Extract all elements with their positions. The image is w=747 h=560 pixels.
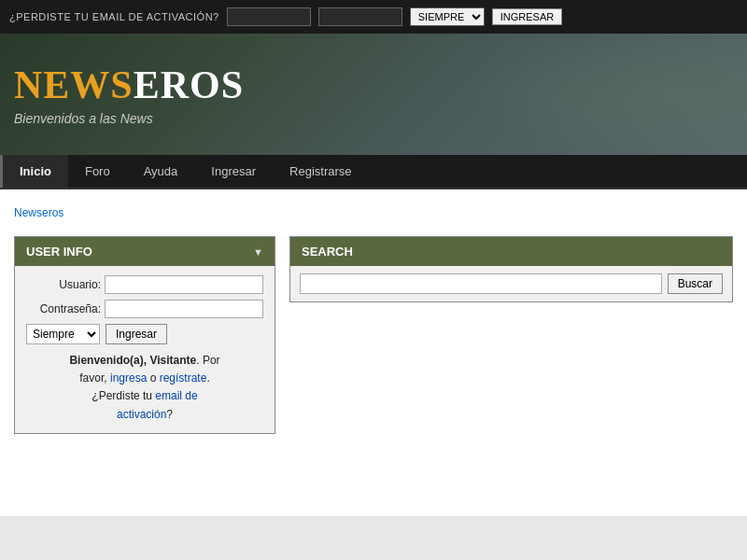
user-info-body: Usuario: Contraseña: Siempre 1 hora 1 dí… [15,266,275,433]
lost-email-text: ¿Perdiste tu email de [92,389,197,402]
site-title-eros: EROS [134,63,244,106]
ingresa-link[interactable]: ingresa [110,371,147,385]
lost-email-label: ¿PERDISTE TU EMAIL DE ACTIVACIÓN? [9,11,219,22]
welcome-text: Bienvenido(a), Visitante. Por favor, ing… [26,352,263,424]
usuario-label: Usuario: [26,278,101,291]
nav-bar: Inicio Foro Ayuda Ingresar Registrarse [0,155,747,189]
right-content: SEARCH Buscar [289,236,733,445]
search-button[interactable]: Buscar [668,273,723,294]
usuario-input[interactable] [105,275,263,294]
lost-email-link2[interactable]: activación [117,408,166,421]
user-info-header[interactable]: USER INFO ▼ [15,237,275,266]
registrate-link[interactable]: regístrate [160,371,207,385]
nav-item-foro[interactable]: Foro [68,155,127,188]
top-ingresar-button[interactable]: INGRESAR [492,8,562,25]
breadcrumb-home-link[interactable]: Newseros [14,206,63,219]
contrasena-input[interactable] [105,300,263,318]
contrasena-label: Contraseña: [26,302,101,315]
header-banner: NEWSEROS Bienvenidos a las News [0,34,747,155]
top-bar: ¿PERDISTE TU EMAIL DE ACTIVACIÓN? SIEMPR… [0,0,747,34]
search-widget: SEARCH Buscar [289,236,733,302]
nav-item-ayuda[interactable]: Ayuda [127,155,195,188]
nav-item-registrarse[interactable]: Registrarse [273,155,368,188]
lost-email-select[interactable]: SIEMPRE [410,7,485,26]
welcome-line2: favor, ingresa o regístrate. [79,371,209,385]
lost-email-link[interactable]: email de [155,389,197,402]
search-header: SEARCH [290,237,732,266]
search-body: Buscar [290,266,732,301]
welcome-line1: Bienvenido(a), Visitante. Por [69,354,219,367]
breadcrumb: Newseros [14,199,733,227]
search-title: SEARCH [302,245,353,259]
site-title: NEWSEROS [14,63,244,107]
user-info-widget: USER INFO ▼ Usuario: Contraseña: Siempre [14,236,275,434]
main-content: Newseros USER INFO ▼ Usuario: Contraseña… [0,189,747,516]
site-title-news: NEWS [14,63,134,106]
lost-email-line2: activación? [117,408,173,421]
user-info-title: USER INFO [26,245,92,259]
left-sidebar: USER INFO ▼ Usuario: Contraseña: Siempre [14,236,275,445]
widget-ingresar-button[interactable]: Ingresar [106,324,167,344]
contrasena-row: Contraseña: [26,300,263,318]
nav-item-inicio[interactable]: Inicio [0,155,68,188]
search-input[interactable] [300,273,662,294]
lost-email-input[interactable] [227,7,311,26]
site-tagline: Bienvenidos a las News [14,111,244,126]
content-layout: USER INFO ▼ Usuario: Contraseña: Siempre [14,236,733,445]
form-actions: Siempre 1 hora 1 día 1 semana Ingresar [26,324,263,344]
nav-item-ingresar[interactable]: Ingresar [194,155,273,188]
user-info-arrow: ▼ [253,246,263,258]
usuario-row: Usuario: [26,275,263,294]
duration-select[interactable]: Siempre 1 hora 1 día 1 semana [26,324,100,344]
lost-email-input2[interactable] [318,7,402,26]
